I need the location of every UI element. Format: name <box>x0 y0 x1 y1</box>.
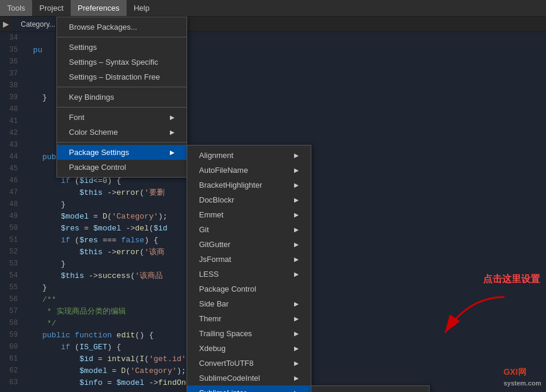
package-settings[interactable]: Package Settings▶ Alignment▶ AutoFileNam… <box>57 145 187 160</box>
color-scheme[interactable]: Color Scheme▶ <box>57 125 187 140</box>
pkg-xdebug[interactable]: Xdebug▶ <box>187 341 311 356</box>
pkg-themr[interactable]: Themr▶ <box>187 311 311 326</box>
pkg-sublimelinter[interactable]: SublimeLinter▶ Settings – Default Settin… <box>187 385 311 392</box>
pkg-docblockr[interactable]: DocBlockr▶ <box>187 192 311 207</box>
settings[interactable]: Settings <box>57 40 187 55</box>
pkg-trailing-spaces[interactable]: Trailing Spaces▶ <box>187 326 311 341</box>
menu-preferences[interactable]: Preferences <box>71 0 127 16</box>
pkg-sidebar[interactable]: Side Bar▶ <box>187 296 311 311</box>
pkg-less[interactable]: LESS▶ <box>187 267 311 282</box>
settings-syntax[interactable]: Settings – Syntax Specific <box>57 55 187 69</box>
tab-label: Category... <box>21 20 55 29</box>
pkg-autofilename[interactable]: AutoFileName▶ <box>187 163 311 178</box>
preferences-dropdown: Browse Packages... Settings Settings – S… <box>56 17 187 178</box>
menubar: Tools Project Preferences Help <box>0 0 546 17</box>
package-control[interactable]: Package Control <box>57 160 187 175</box>
pkg-gitgutter[interactable]: GitGutter▶ <box>187 237 311 252</box>
key-bindings[interactable]: Key Bindings <box>57 90 187 105</box>
watermark: GXI网system.com <box>503 367 541 387</box>
font[interactable]: Font▶ <box>57 110 187 125</box>
menu-project[interactable]: Project <box>32 0 70 16</box>
pkg-converttoutf8[interactable]: ConvertToUTF8▶ <box>187 356 311 371</box>
pkg-git[interactable]: Git▶ <box>187 222 311 237</box>
pkg-brackethighlighter[interactable]: BracketHighlighter▶ <box>187 178 311 192</box>
menu-tools[interactable]: Tools <box>0 0 32 16</box>
settings-distraction[interactable]: Settings – Distraction Free <box>57 69 187 84</box>
menu-help[interactable]: Help <box>127 0 157 16</box>
sl-settings-default[interactable]: Settings – Default <box>311 388 429 392</box>
pkg-package-control[interactable]: Package Control <box>187 282 311 296</box>
package-settings-submenu: Alignment▶ AutoFileName▶ BracketHighligh… <box>187 145 311 392</box>
pkg-sublimecodeinte[interactable]: SublimeCodeIntel▶ <box>187 371 311 385</box>
browse-packages[interactable]: Browse Packages... <box>57 20 187 34</box>
pkg-jsformat[interactable]: JsFormat▶ <box>187 252 311 267</box>
pkg-emmet[interactable]: Emmet▶ <box>187 207 311 222</box>
pkg-alignment[interactable]: Alignment▶ <box>187 148 311 163</box>
sublimelinter-submenu: Settings – Default Settings – User Key B… <box>311 385 430 392</box>
annotation-arrow <box>409 291 516 350</box>
annotation-text: 点击这里设置 <box>483 273 540 286</box>
